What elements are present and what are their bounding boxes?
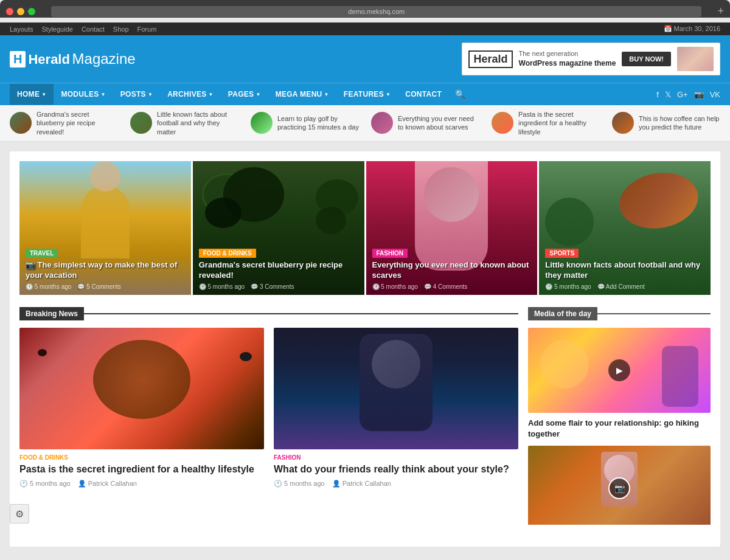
news-ticker: Grandma's secret blueberry pie recipe re…	[0, 105, 730, 142]
featured-overlay-3: FASHION Everything you ever need to know…	[366, 243, 538, 295]
breaking-news-title: Breaking News	[19, 307, 84, 320]
settings-button[interactable]: ⚙	[10, 504, 29, 524]
featured-title-3: Everything you ever need to known about …	[372, 260, 532, 281]
social-links: f 𝕏 G+ 📷 VK	[656, 90, 720, 99]
top-nav-contact[interactable]: Contact	[82, 26, 105, 33]
ticker-text-5: Pasta is the secret ingredient for a hea…	[518, 110, 600, 136]
site-logo[interactable]: H Herald Magazine	[10, 50, 136, 67]
featured-article-2[interactable]: FOOD & DRINKS Grandma's secret blueberry…	[193, 161, 364, 295]
breaking-news-section: Breaking News FOOD & DRINKS Pasta is the…	[19, 307, 518, 537]
media-image-1: ▶	[528, 328, 711, 413]
twitter-icon[interactable]: 𝕏	[665, 90, 671, 99]
new-tab-button[interactable]: +	[717, 5, 724, 18]
camera-icon[interactable]: 📷	[608, 477, 630, 499]
ticker-thumb-3	[251, 112, 273, 134]
media-divider	[597, 313, 711, 314]
nav-features[interactable]: FEATURES ▼	[336, 84, 398, 105]
nav-mega-menu[interactable]: MEGA MENU ▼	[268, 84, 336, 105]
featured-article-3[interactable]: FASHION Everything you ever need to know…	[366, 161, 538, 295]
featured-article-4[interactable]: SPORTS Little known facts about football…	[539, 161, 711, 295]
ad-image	[677, 47, 714, 71]
address-bar[interactable]: demo.mekshq.com	[51, 6, 701, 17]
featured-meta-3: 🕐 5 months ago 💬 4 Comments	[372, 283, 532, 290]
facebook-icon[interactable]: f	[656, 90, 659, 99]
browser-window: demo.mekshq.com +	[0, 0, 730, 18]
featured-overlay-4: SPORTS Little known facts about football…	[539, 243, 711, 295]
main-navigation: HOME ▼ MODULES ▼ POSTS ▼ ARCHIVES ▼ PAGE…	[0, 83, 730, 105]
vk-icon[interactable]: VK	[710, 90, 720, 99]
logo-icon: H	[10, 51, 26, 67]
breaking-news-grid: FOOD & DRINKS Pasta is the secret ingred…	[19, 328, 518, 488]
nav-home[interactable]: HOME ▼	[10, 84, 54, 105]
featured-article-1[interactable]: TRAVEL 📷 The simplest way to make the be…	[19, 161, 191, 295]
ticker-item-1[interactable]: Grandma's secret blueberry pie recipe re…	[10, 110, 118, 136]
ticker-text-6: This is how coffee can help you predict …	[639, 114, 720, 132]
nav-modules[interactable]: MODULES ▼	[54, 84, 113, 105]
media-title-1: Add some flair to your relationship: go …	[528, 418, 711, 440]
ticker-text-3: Learn to play golf by practicing 15 minu…	[277, 114, 359, 132]
media-image-2: 📷	[528, 446, 711, 531]
play-icon[interactable]: ▶	[608, 359, 630, 381]
category-badge-fashion: FASHION	[372, 249, 408, 258]
ticker-text-4: Everything you ever need to known about …	[398, 114, 479, 132]
category-badge-travel: TRAVEL	[26, 249, 58, 258]
nav-posts[interactable]: POSTS ▼	[113, 84, 160, 105]
ticker-item-3[interactable]: Learn to play golf by practicing 15 minu…	[251, 112, 359, 134]
bn-title-2: What do your friends really think about …	[274, 463, 518, 476]
minimize-button[interactable]	[17, 8, 24, 15]
nav-links: HOME ▼ MODULES ▼ POSTS ▼ ARCHIVES ▼ PAGE…	[10, 83, 471, 105]
media-item-2[interactable]: 📷	[528, 446, 711, 531]
ticker-item-4[interactable]: Everything you ever need to known about …	[371, 112, 479, 134]
category-badge-sports: SPORTS	[545, 249, 579, 258]
featured-title-1: 📷 The simplest way to make the best of y…	[26, 260, 185, 281]
nav-contact[interactable]: CONTACT	[398, 84, 449, 105]
ticker-thumb-5	[492, 112, 513, 134]
ticker-item-5[interactable]: Pasta is the secret ingredient for a hea…	[492, 110, 600, 136]
content-box: TRAVEL 📷 The simplest way to make the be…	[10, 151, 720, 547]
featured-overlay-2: FOOD & DRINKS Grandma's secret blueberry…	[193, 243, 364, 295]
top-nav-links: Layouts Styleguide Contact Shop Forum	[10, 26, 156, 33]
top-nav-layouts[interactable]: Layouts	[10, 26, 33, 33]
bn-image-2	[274, 328, 518, 449]
googleplus-icon[interactable]: G+	[677, 90, 688, 99]
featured-title-2: Grandma's secret blueberry pie recipe re…	[199, 260, 358, 281]
ticker-text-2: Little known facts about football and wh…	[157, 110, 238, 136]
media-of-day-section: Media of the day ▶ Add some flair to you…	[528, 307, 711, 537]
nav-pages[interactable]: PAGES ▼	[221, 84, 268, 105]
search-icon[interactable]: 🔍	[449, 83, 471, 105]
ad-buy-button[interactable]: BUY NOW!	[622, 52, 671, 66]
ticker-item-2[interactable]: Little known facts about football and wh…	[130, 110, 238, 136]
featured-meta-1: 🕐 5 months ago 💬 5 Comments	[26, 283, 185, 290]
header-advertisement[interactable]: Herald The next generation WordPress mag…	[462, 43, 720, 75]
ticker-thumb-2	[130, 112, 152, 134]
featured-meta-4: 🕐 5 months ago 💬 Add Comment	[545, 283, 704, 290]
bn-article-1[interactable]: FOOD & DRINKS Pasta is the secret ingred…	[19, 328, 264, 488]
ticker-thumb-1	[10, 112, 32, 134]
bn-image-1	[19, 328, 264, 449]
section-divider	[84, 313, 518, 314]
top-nav-shop[interactable]: Shop	[113, 26, 129, 33]
featured-articles-grid: TRAVEL 📷 The simplest way to make the be…	[19, 161, 711, 295]
bn-meta-2: 🕐 5 months ago 👤 Patrick Callahan	[274, 480, 518, 488]
close-button[interactable]	[6, 8, 13, 15]
ad-text: The next generation WordPress magazine t…	[519, 49, 616, 69]
ticker-text-1: Grandma's secret blueberry pie recipe re…	[36, 110, 118, 136]
featured-meta-2: 🕐 5 months ago 💬 3 Comments	[199, 283, 358, 290]
featured-title-4: Little known facts about football and wh…	[545, 260, 704, 281]
top-navigation-bar: Layouts Styleguide Contact Shop Forum 📅 …	[0, 22, 730, 35]
bn-article-2[interactable]: FASHION What do your friends really thin…	[274, 328, 518, 488]
ticker-thumb-4	[371, 112, 393, 134]
top-nav-forum[interactable]: Forum	[137, 26, 157, 33]
ticker-thumb-6	[612, 112, 634, 134]
instagram-icon[interactable]: 📷	[694, 90, 704, 99]
top-nav-styleguide[interactable]: Styleguide	[42, 26, 73, 33]
category-badge-food: FOOD & DRINKS	[199, 249, 256, 258]
main-content: TRAVEL 📷 The simplest way to make the be…	[0, 142, 730, 556]
date-display: 📅 March 30, 2016	[664, 25, 721, 33]
ticker-item-6[interactable]: This is how coffee can help you predict …	[612, 112, 720, 134]
nav-archives[interactable]: ARCHIVES ▼	[160, 84, 221, 105]
logo-text: Herald Magazine	[28, 50, 135, 67]
maximize-button[interactable]	[28, 8, 35, 15]
media-item-1[interactable]: ▶ Add some flair to your relationship: g…	[528, 328, 711, 440]
ad-logo: Herald	[468, 50, 512, 68]
